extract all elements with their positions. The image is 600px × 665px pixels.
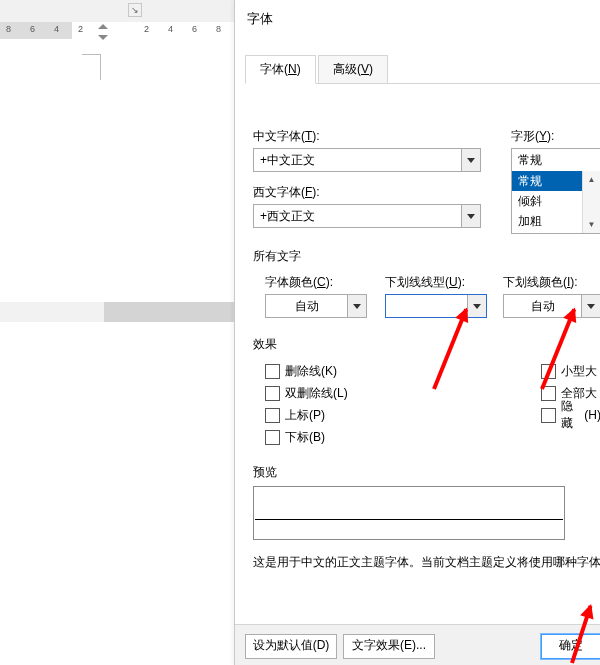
all-text-group-label: 所有文字 <box>253 248 600 265</box>
ruler-tick: 2 <box>144 24 149 34</box>
font-style-input[interactable]: 常规 <box>511 148 600 171</box>
dialog-button-bar: 设为默认值(D) 文字效果(E)... 确定 <box>235 624 600 665</box>
preview-box <box>253 486 565 540</box>
ribbon-strip <box>0 0 234 23</box>
document-area[interactable] <box>0 42 234 665</box>
ruler-tick: 8 <box>6 24 11 34</box>
font-dialog: 字体 字体(N) 高级(V) 中文字体(T): +中文正文 字形(Y): 常规 … <box>234 0 600 665</box>
dropdown-button[interactable] <box>461 205 480 227</box>
checkbox-box <box>265 430 280 445</box>
font-color-label: 字体颜色(C): <box>265 274 365 291</box>
chevron-down-icon <box>587 304 595 309</box>
chevron-down-icon <box>353 304 361 309</box>
set-default-button[interactable]: 设为默认值(D) <box>245 634 337 659</box>
dialog-title: 字体 <box>247 0 273 38</box>
ruler-tick: 4 <box>168 24 173 34</box>
ruler-tick: 8 <box>216 24 221 34</box>
font-color-combo[interactable]: 自动 <box>265 294 367 318</box>
underline-color-label: 下划线颜色(I): <box>503 274 600 291</box>
chinese-font-combo[interactable]: +中文正文 <box>253 148 481 172</box>
checkbox-subscript[interactable]: 下标(B) <box>265 426 600 448</box>
dropdown-button[interactable] <box>581 295 600 317</box>
font-color-value: 自动 <box>266 295 347 317</box>
tab-advanced[interactable]: 高级(V) <box>318 55 388 84</box>
checkbox-box <box>265 364 280 379</box>
checkbox-box <box>541 408 556 423</box>
dropdown-button[interactable] <box>347 295 366 317</box>
ok-button[interactable]: 确定 <box>541 634 600 659</box>
underline-style-label: 下划线线型(U): <box>385 274 485 291</box>
dialog-tabs: 字体(N) 高级(V) <box>245 55 600 84</box>
text-effects-button[interactable]: 文字效果(E)... <box>343 634 435 659</box>
checkbox-hidden[interactable]: 隐藏(H) <box>541 404 600 426</box>
ruler-tick: 2 <box>78 24 83 34</box>
latin-font-combo[interactable]: +西文正文 <box>253 204 481 228</box>
font-style-value: 常规 <box>512 149 600 171</box>
checkbox-box <box>265 386 280 401</box>
latin-font-label: 西文字体(F): <box>253 184 600 201</box>
chevron-down-icon <box>467 158 475 163</box>
ruler-tick: 6 <box>30 24 35 34</box>
page-corner <box>82 54 101 80</box>
text-selection[interactable] <box>104 302 234 322</box>
checkbox-box <box>265 408 280 423</box>
preview-group-label: 预览 <box>253 464 600 481</box>
tab-font[interactable]: 字体(N) <box>245 55 316 84</box>
ruler-tick: 4 <box>54 24 59 34</box>
underline-style-value <box>392 305 461 317</box>
underline-color-combo[interactable]: 自动 <box>503 294 600 318</box>
chinese-font-value: +中文正文 <box>254 149 461 171</box>
chevron-down-icon <box>467 214 475 219</box>
hanging-indent-marker[interactable] <box>98 35 108 40</box>
ribbon-launcher-icon[interactable]: ↘ <box>128 3 142 17</box>
ruler-tick: 6 <box>192 24 197 34</box>
latin-font-value: +西文正文 <box>254 205 461 227</box>
theme-font-description: 这是用于中文的正文主题字体。当前文档主题定义将使用哪种字体 <box>253 554 600 571</box>
font-style-label: 字形(Y): <box>511 128 600 145</box>
first-line-indent-marker[interactable] <box>98 24 108 29</box>
chevron-down-icon <box>473 304 481 309</box>
effects-group-label: 效果 <box>253 336 600 353</box>
selection-gutter <box>0 302 104 322</box>
preview-sample-line <box>255 519 563 520</box>
dropdown-button[interactable] <box>461 149 480 171</box>
